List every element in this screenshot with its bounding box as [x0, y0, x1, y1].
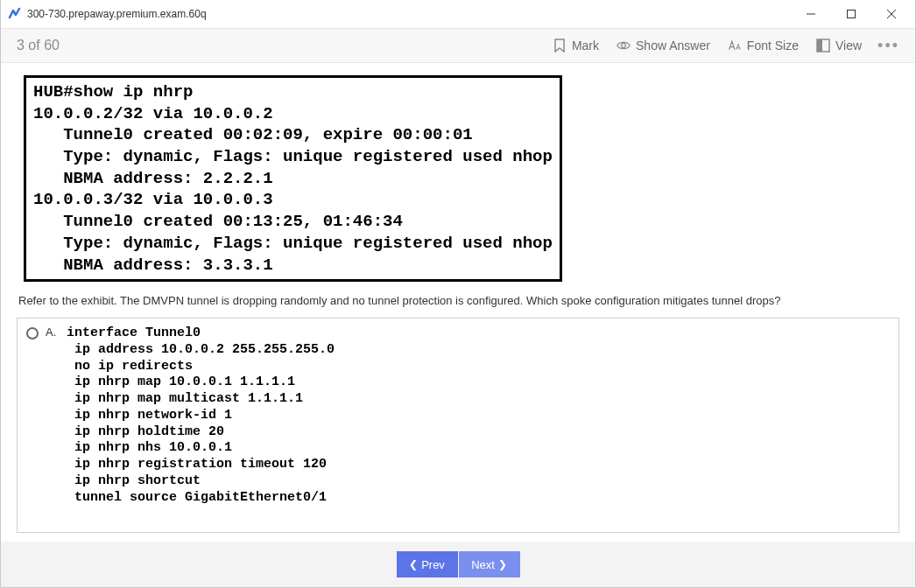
bookmark-icon	[553, 38, 567, 52]
maximize-button[interactable]	[831, 0, 871, 28]
minimize-button[interactable]	[791, 0, 831, 28]
view-label: View	[835, 38, 862, 52]
close-button[interactable]	[871, 0, 912, 28]
titlebar: 300-730.prepaway.premium.exam.60q	[1, 0, 915, 28]
app-icon	[8, 7, 22, 21]
svg-rect-1	[848, 10, 856, 18]
mark-button[interactable]: Mark	[544, 28, 608, 63]
chevron-left-icon: ❮	[409, 558, 418, 570]
chevron-right-icon: ❯	[498, 558, 507, 570]
svg-rect-5	[817, 39, 822, 52]
mark-label: Mark	[572, 38, 599, 52]
exhibit-box: HUB#show ip nhrp 10.0.0.2/32 via 10.0.0.…	[24, 75, 562, 282]
next-label: Next	[471, 558, 495, 571]
show-answer-button[interactable]: Show Answer	[608, 28, 719, 63]
window-buttons	[791, 0, 912, 28]
footer-bar: ❮ Prev Next ❯	[1, 542, 915, 587]
next-button[interactable]: Next ❯	[459, 551, 520, 578]
show-answer-label: Show Answer	[636, 38, 710, 52]
radio-icon[interactable]	[26, 327, 39, 340]
toolbar: 3 of 60 Mark Show Answer Font Size View …	[1, 28, 915, 63]
view-icon	[816, 38, 830, 52]
question-text: Refer to the exhibit. The DMVPN tunnel i…	[18, 294, 899, 307]
app-window: 300-730.prepaway.premium.exam.60q 3 of 6…	[0, 0, 916, 588]
content-area: HUB#show ip nhrp 10.0.0.2/32 via 10.0.0.…	[1, 63, 915, 542]
question-progress: 3 of 60	[17, 38, 544, 53]
answers-panel: A. interface Tunnel0 ip address 10.0.0.2…	[17, 318, 899, 533]
font-size-icon	[728, 38, 742, 52]
option-a[interactable]: A. interface Tunnel0 ip address 10.0.0.2…	[26, 326, 890, 506]
font-size-label: Font Size	[747, 38, 799, 52]
view-button[interactable]: View	[807, 28, 870, 63]
svg-point-4	[622, 44, 626, 48]
font-size-button[interactable]: Font Size	[719, 28, 807, 63]
window-title: 300-730.prepaway.premium.exam.60q	[27, 8, 791, 20]
prev-label: Prev	[421, 558, 445, 571]
eye-icon	[617, 38, 631, 52]
more-button[interactable]: •••	[870, 37, 903, 55]
option-code: interface Tunnel0 ip address 10.0.0.2 25…	[67, 326, 335, 506]
prev-button[interactable]: ❮ Prev	[397, 551, 458, 578]
option-letter: A.	[46, 326, 60, 339]
